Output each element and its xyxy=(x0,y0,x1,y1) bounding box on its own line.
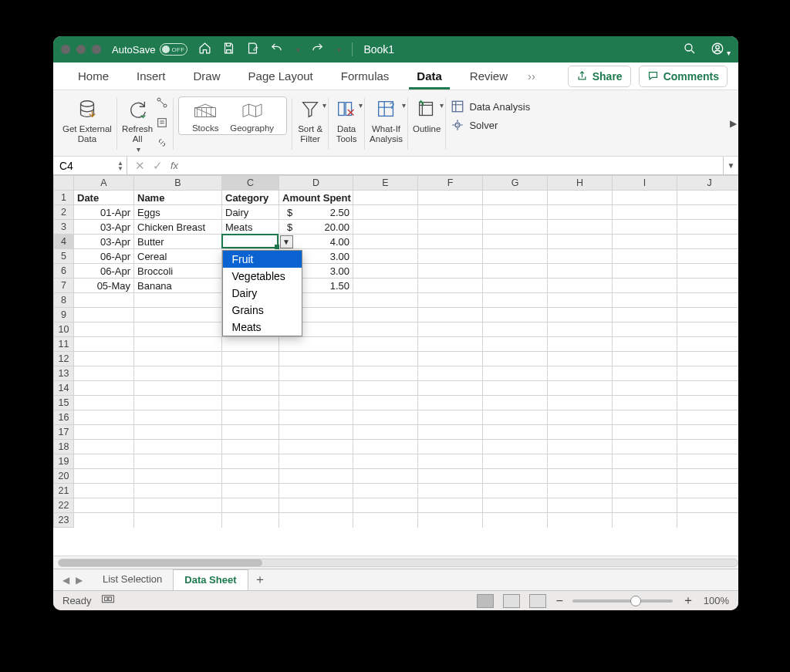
row-header[interactable]: 9 xyxy=(54,308,74,322)
cell[interactable] xyxy=(483,337,548,352)
tab-insert[interactable]: Insert xyxy=(129,62,174,89)
cell[interactable] xyxy=(677,381,739,396)
validation-option[interactable]: Fruit xyxy=(223,251,302,268)
cell[interactable] xyxy=(613,498,677,513)
cell[interactable] xyxy=(353,469,418,484)
cell[interactable]: Dairy xyxy=(222,205,279,220)
column-header[interactable]: B xyxy=(134,176,222,191)
cell[interactable] xyxy=(677,454,739,469)
cell[interactable] xyxy=(677,366,739,381)
cell[interactable] xyxy=(353,264,418,279)
cell[interactable] xyxy=(483,440,548,454)
row-header[interactable]: 8 xyxy=(54,293,74,308)
cell[interactable] xyxy=(548,454,613,469)
column-header[interactable]: G xyxy=(483,176,548,191)
cell[interactable] xyxy=(353,249,418,264)
cell[interactable] xyxy=(677,498,739,513)
zoom-slider[interactable] xyxy=(572,599,673,603)
cell[interactable] xyxy=(418,293,483,308)
cell[interactable] xyxy=(134,337,222,352)
solver-button[interactable]: ? Solver xyxy=(451,118,530,132)
column-header[interactable]: A xyxy=(74,176,134,191)
page-layout-view-button[interactable] xyxy=(503,594,520,608)
cell[interactable] xyxy=(222,235,279,249)
cell[interactable] xyxy=(74,513,134,528)
cell[interactable] xyxy=(613,454,677,469)
row-header[interactable]: 4 xyxy=(54,235,74,249)
cell[interactable] xyxy=(548,366,613,381)
cell[interactable] xyxy=(677,264,739,279)
cell[interactable] xyxy=(613,293,677,308)
save-edit-icon[interactable] xyxy=(246,42,259,57)
cell[interactable] xyxy=(483,513,548,528)
cell[interactable] xyxy=(279,498,353,513)
cell[interactable] xyxy=(483,410,548,425)
cell[interactable] xyxy=(353,396,418,410)
cell[interactable] xyxy=(548,293,613,308)
cell[interactable] xyxy=(483,469,548,484)
cell[interactable] xyxy=(279,484,353,498)
cell[interactable]: 03-Apr xyxy=(74,235,134,249)
tab-data[interactable]: Data xyxy=(409,62,450,89)
cell[interactable] xyxy=(134,366,222,381)
cell[interactable] xyxy=(279,454,353,469)
accessibility-icon[interactable] xyxy=(101,594,115,607)
cell[interactable] xyxy=(483,249,548,264)
cell[interactable] xyxy=(418,220,483,235)
validation-option[interactable]: Meats xyxy=(223,319,302,336)
cell[interactable] xyxy=(353,366,418,381)
row-header[interactable]: 11 xyxy=(54,337,74,352)
cell[interactable] xyxy=(353,293,418,308)
cell[interactable] xyxy=(548,381,613,396)
cell[interactable] xyxy=(483,381,548,396)
cell[interactable] xyxy=(418,191,483,205)
cell[interactable] xyxy=(677,440,739,454)
cell[interactable] xyxy=(353,410,418,425)
cell[interactable] xyxy=(677,205,739,220)
row-header[interactable]: 6 xyxy=(54,264,74,279)
tab-draw[interactable]: Draw xyxy=(186,62,228,89)
cell[interactable] xyxy=(483,454,548,469)
namebox-stepper-icon[interactable]: ▲▼ xyxy=(117,160,123,171)
cell[interactable] xyxy=(613,440,677,454)
cell[interactable] xyxy=(222,337,279,352)
connections-icon[interactable] xyxy=(156,96,168,112)
row-header[interactable]: 15 xyxy=(54,396,74,410)
cell[interactable] xyxy=(483,205,548,220)
cell[interactable]: 06-Apr xyxy=(74,264,134,279)
cell[interactable] xyxy=(353,205,418,220)
sheet-prev-icon[interactable]: ◀ xyxy=(62,575,69,586)
cell[interactable] xyxy=(483,235,548,249)
cell[interactable] xyxy=(548,235,613,249)
formula-input[interactable] xyxy=(186,157,723,174)
whatif-analysis-button[interactable]: ? What-If Analysis xyxy=(370,95,403,144)
cell[interactable] xyxy=(353,308,418,322)
undo-dropdown-icon[interactable]: ▾ xyxy=(296,46,300,54)
cell[interactable] xyxy=(677,293,739,308)
cell[interactable] xyxy=(548,425,613,440)
cell[interactable] xyxy=(134,469,222,484)
formula-expand-icon[interactable]: ▼ xyxy=(723,157,738,174)
zoom-out-button[interactable]: − xyxy=(555,594,562,608)
cell[interactable] xyxy=(279,396,353,410)
cell[interactable] xyxy=(548,410,613,425)
close-window-icon[interactable] xyxy=(61,45,70,54)
cell[interactable] xyxy=(677,352,739,366)
edit-links-icon[interactable] xyxy=(156,137,168,152)
cell[interactable] xyxy=(74,498,134,513)
cell[interactable] xyxy=(548,498,613,513)
cell[interactable] xyxy=(279,513,353,528)
cell[interactable] xyxy=(677,469,739,484)
tab-formulas[interactable]: Formulas xyxy=(333,62,397,89)
cell[interactable] xyxy=(613,484,677,498)
cell[interactable] xyxy=(222,440,279,454)
data-validation-list[interactable]: FruitVegetablesDairyGrainsMeats xyxy=(222,250,302,336)
cell[interactable] xyxy=(548,469,613,484)
cell[interactable] xyxy=(483,498,548,513)
row-header[interactable]: 16 xyxy=(54,410,74,425)
cell[interactable] xyxy=(418,469,483,484)
cell[interactable] xyxy=(418,235,483,249)
cell[interactable] xyxy=(613,337,677,352)
cell[interactable] xyxy=(677,425,739,440)
tab-page-layout[interactable]: Page Layout xyxy=(241,62,321,89)
